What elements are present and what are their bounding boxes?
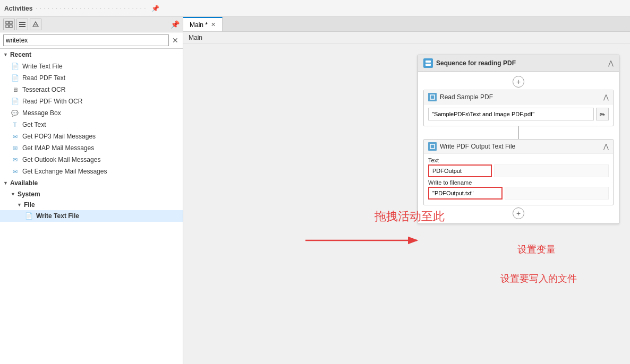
set-file-annotation: 设置要写入的文件 xyxy=(500,272,577,285)
svg-rect-3 xyxy=(10,25,12,28)
section-recent[interactable]: ▼ Recent xyxy=(0,49,183,60)
mail-icon: ✉ xyxy=(11,132,19,141)
plus-circle-top[interactable]: + xyxy=(513,76,524,88)
sidebar: 📌 ✕ ▼ Recent 📄 Write Text File 📄 Read PD… xyxy=(0,17,183,364)
svg-rect-12 xyxy=(430,144,435,149)
filename-row: 🗁 xyxy=(428,108,609,120)
doc-icon: 📄 xyxy=(24,212,33,220)
write-filename-input[interactable] xyxy=(428,187,503,200)
set-file-text: 设置要写入的文件 xyxy=(500,273,577,284)
activity-header-left: Read Sample PDF xyxy=(428,93,493,101)
sequence-title: Sequence for reading PDF xyxy=(436,59,516,67)
svg-rect-11 xyxy=(430,95,435,99)
activity-read-header: Read Sample PDF ⋀ xyxy=(424,90,613,105)
browse-button[interactable]: 🗁 xyxy=(596,108,609,120)
write-activity-body: Text Write to filename xyxy=(424,154,613,205)
plus-circle-bottom[interactable]: + xyxy=(513,207,524,219)
activity-icon xyxy=(428,93,437,101)
item-label: Read PDF With OCR xyxy=(22,98,82,105)
toolbar-btn-1[interactable] xyxy=(3,19,15,30)
sequence-header-left: Sequence for reading PDF xyxy=(423,58,516,68)
tab-close[interactable]: ✕ xyxy=(211,21,216,28)
mail-icon: ✉ xyxy=(11,155,19,164)
plus-bottom[interactable]: + xyxy=(418,205,619,221)
sequence-box: Sequence for reading PDF ⋀ + xyxy=(418,55,619,224)
toolbar-btn-2[interactable] xyxy=(16,19,28,30)
tab-bar: Main * ✕ xyxy=(183,17,630,32)
recent-item-read-pdf[interactable]: 📄 Read PDF Text xyxy=(0,72,183,84)
textbox-icon: 💬 xyxy=(11,109,19,117)
available-label: Available xyxy=(10,179,38,187)
recent-item-outlook[interactable]: ✉ Get Outlook Mail Messages xyxy=(0,154,183,166)
recent-item-message-box[interactable]: 💬 Message Box xyxy=(0,107,183,119)
connector-1 xyxy=(418,126,619,139)
doc-icon: 📄 xyxy=(11,62,19,71)
recent-item-tesseract[interactable]: 🖥 Tesseract OCR xyxy=(0,84,183,96)
subsection-file[interactable]: ▼ File xyxy=(0,200,183,210)
canvas-body: Sequence for reading PDF ⋀ + xyxy=(183,44,630,364)
sequence-header: Sequence for reading PDF ⋀ xyxy=(418,55,619,72)
recent-item-write-text-file[interactable]: 📄 Write Text File xyxy=(0,60,183,72)
text-row xyxy=(428,164,609,177)
recent-item-imap[interactable]: ✉ Get IMAP Mail Messages xyxy=(0,142,183,154)
available-item-write-text-file[interactable]: 📄 Write Text File xyxy=(0,210,183,222)
recent-item-pop3[interactable]: ✉ Get POP3 Mail Messages xyxy=(0,131,183,142)
item-label: Get IMAP Mail Messages xyxy=(22,144,94,152)
file-triangle: ▼ xyxy=(17,202,22,207)
item-label: Tesseract OCR xyxy=(22,86,65,93)
tab-main[interactable]: Main * ✕ xyxy=(183,17,223,31)
item-label: Get Outlook Mail Messages xyxy=(22,156,100,163)
doc-icon: 📄 xyxy=(11,97,19,106)
item-label: Message Box xyxy=(22,109,61,117)
set-variable-text: 设置变量 xyxy=(517,244,556,255)
pin-button[interactable]: 📌 xyxy=(151,5,159,12)
activities-title: Activities xyxy=(4,5,32,12)
svg-rect-2 xyxy=(6,25,8,28)
read-filename-input[interactable] xyxy=(428,108,594,120)
item-label: Write Text File xyxy=(36,212,79,220)
plus-top[interactable]: + xyxy=(418,74,619,90)
recent-item-get-text[interactable]: T Get Text xyxy=(0,119,183,131)
svg-rect-9 xyxy=(425,60,431,63)
drag-annotation: 拖拽活动至此 xyxy=(374,209,445,224)
tab-label: Main * xyxy=(190,21,208,29)
sidebar-content: ▼ Recent 📄 Write Text File 📄 Read PDF Te… xyxy=(0,49,183,364)
sidebar-pin[interactable]: 📌 xyxy=(171,20,180,29)
read-activity-body: 🗁 xyxy=(424,105,613,126)
search-clear[interactable]: ✕ xyxy=(171,36,180,45)
top-bar-dots: · · · · · · · · · · · · · · · · · · · · … xyxy=(36,5,146,11)
write-activity-header: Write PDF Output Text File ⋀ xyxy=(424,140,613,154)
vertical-line xyxy=(518,126,519,139)
set-file-display xyxy=(505,187,609,200)
workflow-container: Sequence for reading PDF ⋀ + xyxy=(418,55,619,224)
write-activity-icon xyxy=(428,142,437,151)
canvas-area: Main * ✕ Main Sequence for re xyxy=(183,17,630,364)
drag-text: 拖拽活动至此 xyxy=(374,210,445,223)
item-label: Get Text xyxy=(22,121,46,128)
textbox-icon: T xyxy=(11,120,19,129)
mail-icon: ✉ xyxy=(11,167,19,176)
subsection-system[interactable]: ▼ System xyxy=(0,189,183,200)
set-variable-annotation: 设置变量 xyxy=(517,243,556,256)
section-available[interactable]: ▼ Available xyxy=(0,177,183,189)
activity-write-pdf: Write PDF Output Text File ⋀ Text xyxy=(423,139,614,205)
doc-icon: 📄 xyxy=(11,74,19,82)
svg-rect-10 xyxy=(425,64,431,66)
activity-header-left: Write PDF Output Text File xyxy=(428,142,515,151)
recent-item-read-pdf-ocr[interactable]: 📄 Read PDF With OCR xyxy=(0,96,183,107)
sequence-body: + Read Sample PDF xyxy=(418,72,619,223)
sequence-icon xyxy=(423,58,433,68)
collapse-read[interactable]: ⋀ xyxy=(603,93,609,101)
collapse-sequence[interactable]: ⋀ xyxy=(608,59,614,67)
item-label: Read PDF Text xyxy=(22,74,65,82)
collapse-write[interactable]: ⋀ xyxy=(603,143,609,150)
available-triangle: ▼ xyxy=(3,180,8,186)
write-activity-title: Write PDF Output Text File xyxy=(440,143,515,150)
svg-rect-0 xyxy=(6,21,8,24)
svg-rect-1 xyxy=(10,21,12,24)
text-input[interactable] xyxy=(428,164,492,177)
breadcrumb: Main xyxy=(183,32,630,44)
search-input[interactable] xyxy=(3,34,169,46)
recent-item-exchange[interactable]: ✉ Get Exchange Mail Messages xyxy=(0,166,183,177)
toolbar-btn-3[interactable] xyxy=(30,19,41,30)
